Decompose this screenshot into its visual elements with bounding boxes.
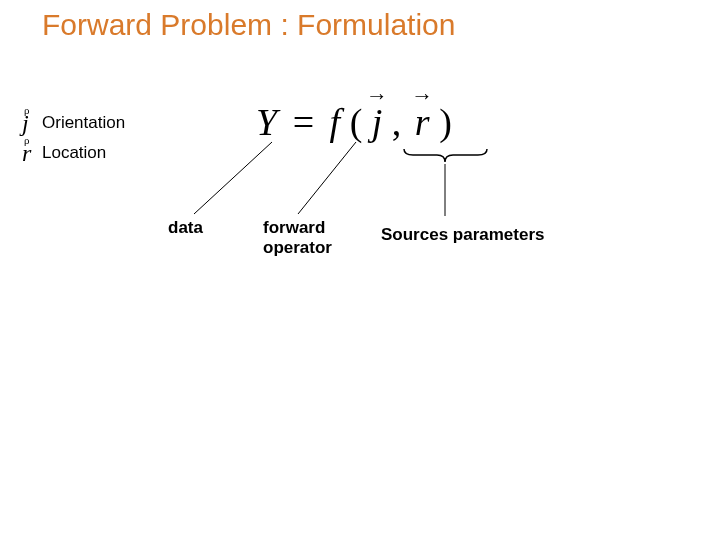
- eq-func: f: [330, 101, 341, 143]
- caption-forward-line1: forward: [263, 218, 325, 237]
- label-location: Location: [42, 143, 106, 163]
- vector-arrow-icon: ρ: [24, 134, 30, 146]
- caption-forward-operator: forward operator: [263, 218, 332, 257]
- eq-comma: ,: [392, 101, 402, 143]
- vector-arrow-icon: ρ: [24, 104, 30, 116]
- legend-row-location: ρ r Location: [22, 138, 125, 168]
- eq-close-paren: ): [439, 101, 452, 143]
- symbol-r: ρ r: [22, 140, 38, 167]
- symbol-j: ρ j: [22, 110, 38, 137]
- eq-arg-r: → r: [415, 100, 430, 144]
- eq-open-paren: (: [350, 101, 363, 143]
- leader-line-sources: [440, 162, 460, 222]
- variable-legend: ρ j Orientation ρ r Location: [22, 108, 125, 168]
- caption-forward-line2: operator: [263, 238, 332, 257]
- equation: Y = f ( → j , → r ): [256, 100, 452, 144]
- svg-line-1: [298, 142, 356, 214]
- caption-sources-parameters: Sources parameters: [381, 225, 544, 245]
- svg-line-0: [194, 142, 272, 214]
- slide-title: Forward Problem : Formulation: [42, 8, 455, 42]
- caption-data: data: [168, 218, 203, 238]
- vector-arrow-icon: →: [411, 85, 433, 107]
- leader-line-forward: [294, 140, 364, 220]
- leader-line-data: [190, 140, 280, 220]
- legend-row-orientation: ρ j Orientation: [22, 108, 125, 138]
- eq-equals: =: [287, 101, 320, 143]
- vector-arrow-icon: →: [366, 85, 388, 107]
- underbrace-icon: [403, 148, 488, 160]
- eq-lhs: Y: [256, 101, 277, 143]
- eq-arg-j: → j: [372, 100, 383, 144]
- label-orientation: Orientation: [42, 113, 125, 133]
